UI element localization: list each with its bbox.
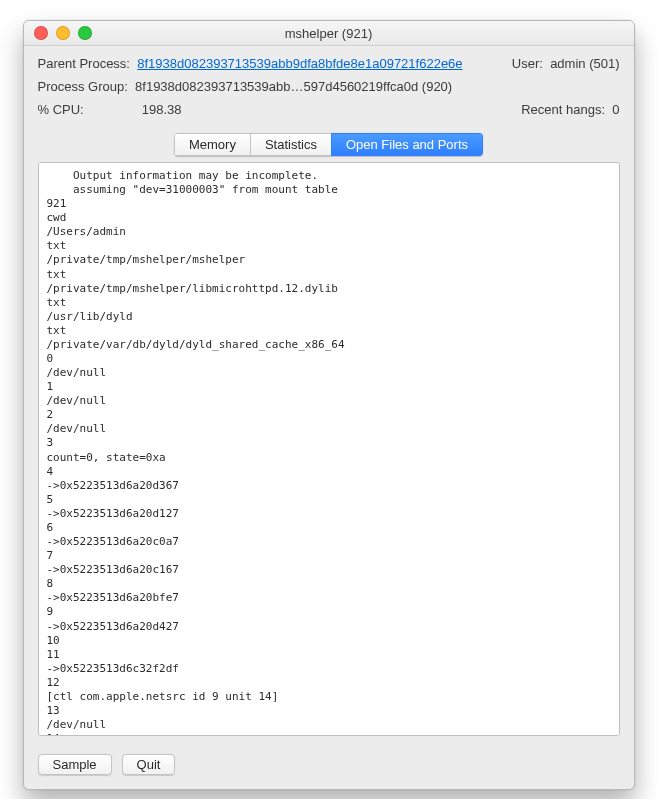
open-files-text-pane[interactable]: Output information may be incomplete. as… — [38, 162, 620, 736]
titlebar: mshelper (921) — [24, 21, 634, 46]
sample-button[interactable]: Sample — [38, 754, 112, 775]
window-frame: mshelper (921) Parent Process: 8f1938d08… — [23, 20, 635, 790]
minimize-icon[interactable] — [56, 26, 70, 40]
info-panel: Parent Process: 8f1938d082393713539abb9d… — [24, 46, 634, 131]
process-group-value: 8f1938d082393713539abb…597d4560219ffca0d… — [135, 79, 452, 94]
window-title: mshelper (921) — [24, 26, 634, 41]
recent-hangs-value: 0 — [612, 102, 619, 117]
cpu-label: % CPU: — [38, 102, 84, 117]
user-value: admin (501) — [550, 56, 619, 71]
user-label: User: — [512, 56, 543, 71]
parent-process-link[interactable]: 8f1938d082393713539abb9dfa8bfde8e1a09721… — [137, 56, 462, 71]
traffic-lights — [34, 26, 92, 40]
open-files-text: Output information may be incomplete. as… — [47, 169, 611, 736]
footer-buttons: Sample Quit — [24, 746, 634, 789]
parent-process-label: Parent Process: — [38, 56, 131, 71]
zoom-icon[interactable] — [78, 26, 92, 40]
tab-statistics[interactable]: Statistics — [250, 133, 331, 156]
tab-memory[interactable]: Memory — [174, 133, 250, 156]
process-group-label: Process Group: — [38, 79, 128, 94]
close-icon[interactable] — [34, 26, 48, 40]
tab-bar: Memory Statistics Open Files and Ports — [24, 133, 634, 156]
quit-button[interactable]: Quit — [122, 754, 176, 775]
recent-hangs-label: Recent hangs: — [521, 102, 605, 117]
tab-open-files-and-ports[interactable]: Open Files and Ports — [331, 133, 483, 156]
cpu-value: 198.38 — [142, 102, 182, 117]
